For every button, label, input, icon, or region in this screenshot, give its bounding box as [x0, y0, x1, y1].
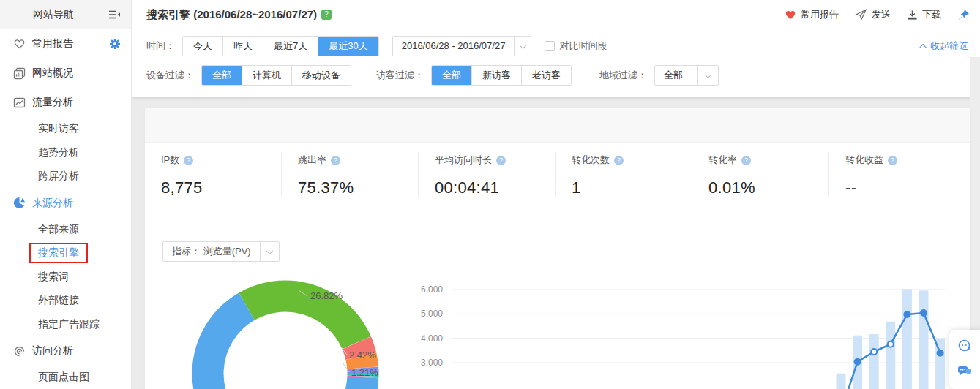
region-value: 全部: [655, 66, 697, 85]
metric-selector[interactable]: 指标： 浏览量(PV): [162, 241, 280, 262]
help-icon[interactable]: ?: [496, 156, 506, 165]
line-dot[interactable]: [938, 350, 943, 356]
gear-icon[interactable]: [109, 38, 121, 50]
help-icon[interactable]: ?: [614, 156, 624, 165]
help-icon[interactable]: ?: [184, 156, 193, 165]
sidebar-item-all-sources[interactable]: 全部来源: [0, 218, 131, 242]
line-dot[interactable]: [871, 349, 877, 355]
sidebar-item-source-analysis[interactable]: 来源分析: [0, 189, 131, 218]
customer-service-button[interactable]: [957, 339, 972, 353]
region-select[interactable]: 全部: [654, 65, 719, 86]
sidebar-item-label: 来源分析: [32, 197, 73, 210]
floating-helper-panel: [949, 330, 980, 389]
time-option-last7[interactable]: 最近7天: [263, 37, 318, 56]
annotation-highlight-box: 搜索引擎: [29, 243, 88, 263]
trend-chart[interactable]: 6,0005,0004,0003,000: [410, 278, 951, 389]
sidebar-item-label: 访问分析: [32, 344, 73, 358]
compare-period-option[interactable]: 对比时间段: [545, 39, 607, 53]
device-button-group: 全部 计算机 移动设备: [201, 65, 351, 86]
device-filter-row: 设备过滤： 全部 计算机 移动设备 访客过滤： 全部 新访客 老访客 地域过滤：…: [146, 65, 719, 86]
sidebar-item-traffic-analysis[interactable]: 流量分析: [0, 88, 131, 117]
time-filter-label: 时间：: [146, 39, 175, 53]
date-range-arrow[interactable]: [514, 37, 530, 56]
sidebar-item-label: 搜索词: [38, 271, 69, 284]
line-dot[interactable]: [921, 310, 927, 316]
donut-label-green: 26.82%: [310, 290, 343, 301]
sidebar-item-label: 外部链接: [38, 294, 79, 307]
device-option-mobile[interactable]: 移动设备: [291, 66, 351, 85]
filter-panel: 时间： 今天 昨天 最近7天 最近30天 2016/06/28 - 2016/0…: [132, 29, 980, 97]
pie-icon: [12, 197, 26, 210]
overview-icon: [12, 67, 26, 80]
visitor-option-all[interactable]: 全部: [432, 66, 471, 85]
sidebar-item-favorite-reports[interactable]: 常用报告: [0, 29, 131, 58]
metric-conversion-revenue: 转化收益? --: [829, 152, 966, 197]
line-dot[interactable]: [904, 311, 910, 317]
metric-label: 跳出率: [298, 154, 326, 167]
donut-label-orange: 2.42%: [349, 350, 376, 360]
page-title: 搜索引擎 (2016/06/28~2016/07/27): [146, 8, 317, 22]
sidebar-item-external-links[interactable]: 外部链接: [0, 289, 131, 313]
time-option-last30[interactable]: 最近30天: [318, 37, 378, 56]
metric-value: 1: [572, 178, 692, 197]
sidebar-item-label: 指定广告跟踪: [38, 318, 100, 331]
sidebar-item-site-overview[interactable]: 网站概况: [0, 58, 131, 88]
device-option-pc[interactable]: 计算机: [242, 66, 291, 85]
heart-icon: [785, 10, 796, 20]
metric-ip: IP数? 8,775: [145, 152, 282, 197]
donut-chart[interactable]: 26.82% 2.42% 1.21%: [176, 274, 395, 389]
sidebar-item-realtime-visitors[interactable]: 实时访客: [0, 117, 131, 141]
sidebar-item-cross-screen[interactable]: 跨屏分析: [0, 165, 131, 189]
send-icon: [855, 9, 867, 20]
date-range-picker[interactable]: 2016/06/28 - 2016/07/27: [392, 36, 531, 56]
sidebar-item-search-engine[interactable]: 搜索引擎: [0, 241, 131, 265]
region-filter-label: 地域过滤：: [599, 69, 647, 82]
help-icon[interactable]: ?: [888, 156, 897, 165]
device-option-all[interactable]: 全部: [202, 66, 242, 85]
title-help-icon[interactable]: ?: [321, 10, 332, 20]
download-icon: [907, 10, 918, 20]
line-dot[interactable]: [855, 359, 861, 365]
sidebar-collapse-icon[interactable]: [108, 10, 121, 20]
metric-label: 转化次数: [572, 154, 610, 167]
help-icon[interactable]: ?: [741, 156, 751, 165]
sidebar-item-label: 网站概况: [32, 67, 73, 80]
pv-bar[interactable]: [869, 334, 879, 389]
time-option-yesterday[interactable]: 昨天: [222, 37, 263, 56]
feedback-button[interactable]: [957, 363, 972, 378]
region-arrow[interactable]: [697, 66, 718, 85]
pv-bar[interactable]: [919, 290, 929, 389]
metric-conversions: 转化次数? 1: [556, 152, 692, 197]
send-button[interactable]: 发送: [855, 8, 891, 21]
line-dot[interactable]: [888, 341, 894, 347]
pin-button[interactable]: [957, 9, 970, 21]
sidebar-item-label: 页面点击图: [38, 371, 89, 384]
time-option-today[interactable]: 今天: [183, 37, 222, 56]
visitor-option-new[interactable]: 新访客: [471, 66, 521, 85]
chevron-up-icon: [919, 43, 927, 50]
favorite-report-button[interactable]: 常用报告: [785, 8, 839, 21]
sidebar-item-page-click-map[interactable]: 页面点击图: [0, 366, 131, 389]
y-axis-tick: 6,000: [421, 284, 443, 295]
y-axis-tick: 4,000: [421, 333, 443, 344]
sidebar-item-trend-analysis[interactable]: 趋势分析: [0, 141, 131, 165]
metric-conversion-rate: 转化率? 0.01%: [692, 152, 829, 197]
pv-bar[interactable]: [886, 322, 895, 389]
sidebar-item-ad-tracking[interactable]: 指定广告跟踪: [0, 313, 131, 337]
help-icon[interactable]: ?: [331, 156, 340, 165]
sidebar-item-visit-analysis[interactable]: 访问分析: [0, 336, 131, 366]
compare-label: 对比时间段: [560, 39, 607, 53]
visitor-option-returning[interactable]: 老访客: [521, 66, 571, 85]
sidebar-item-search-terms[interactable]: 搜索词: [0, 265, 131, 290]
download-button[interactable]: 下载: [907, 8, 941, 21]
sidebar-item-label: 常用报告: [32, 37, 73, 50]
metric-value: --: [845, 178, 966, 197]
compare-checkbox[interactable]: [545, 41, 555, 51]
pin-icon: [957, 9, 970, 21]
metric-selector-arrow[interactable]: [260, 242, 279, 261]
collapse-filters-link[interactable]: 收起筛选: [921, 39, 968, 53]
sidebar-header: 网站导航: [0, 0, 131, 29]
metric-value: 0.01%: [708, 178, 828, 197]
pv-bar[interactable]: [902, 289, 912, 389]
pv-bar[interactable]: [837, 374, 846, 389]
